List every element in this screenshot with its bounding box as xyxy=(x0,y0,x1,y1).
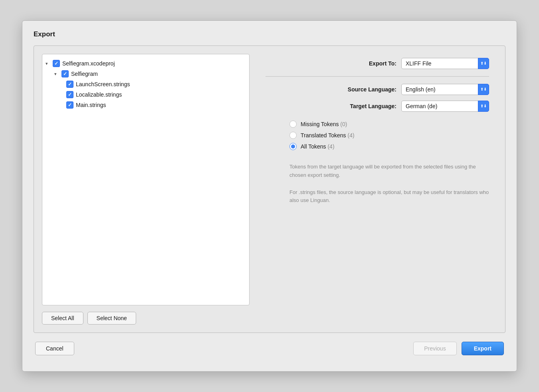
radio-missing-tokens[interactable]: Missing Tokens (0) xyxy=(289,121,489,128)
target-language-select[interactable]: German (de) xyxy=(401,101,489,112)
radio-missing-outer xyxy=(289,121,297,128)
export-button[interactable]: Export xyxy=(462,342,504,355)
target-language-select-wrapper: German (de) ⬆⬇ xyxy=(401,101,489,112)
disclosure-arrow-selfiegram: ▾ xyxy=(54,71,59,77)
select-none-button[interactable]: Select None xyxy=(87,312,136,325)
cancel-button[interactable]: Cancel xyxy=(35,342,74,355)
right-panel: Export To: XLIFF File ⬆⬇ Source Language… xyxy=(250,54,497,325)
tree-item-xcodeproj[interactable]: ▾ ✓ Selfiegram.xcodeproj xyxy=(46,58,246,69)
previous-button[interactable]: Previous xyxy=(413,342,456,355)
export-to-select-wrapper: XLIFF File ⬆⬇ xyxy=(401,58,489,69)
radio-group: Missing Tokens (0) Translated Tokens (4) xyxy=(266,121,489,154)
info-text-1: Tokens from the target language will be … xyxy=(266,163,489,180)
tree-label-localizable: Localizable.strings xyxy=(76,91,122,98)
tree-item-localizable[interactable]: ✓ Localizable.strings xyxy=(46,89,246,100)
footer-right: Previous Export xyxy=(413,342,504,355)
divider xyxy=(266,76,489,77)
tree-item-main[interactable]: ✓ Main.strings xyxy=(46,100,246,110)
source-language-select-wrapper: English (en) ⬆⬇ xyxy=(401,84,489,95)
radio-translated-outer xyxy=(289,132,297,139)
checkbox-localizable[interactable]: ✓ xyxy=(66,91,73,98)
tree-item-launchscreen[interactable]: ✓ LaunchScreen.strings xyxy=(46,79,246,89)
select-all-button[interactable]: Select All xyxy=(42,312,83,325)
export-to-select[interactable]: XLIFF File xyxy=(401,58,489,69)
checkbox-main[interactable]: ✓ xyxy=(66,101,73,109)
dialog-body: ▾ ✓ Selfiegram.xcodeproj ▾ ✓ Selfiegram xyxy=(34,46,505,333)
radio-all-label: All Tokens (4) xyxy=(301,143,335,150)
checkbox-selfiegram[interactable]: ✓ xyxy=(61,70,69,77)
checkbox-xcodeproj[interactable]: ✓ xyxy=(53,60,60,67)
disclosure-arrow-xcodeproj: ▾ xyxy=(46,61,50,66)
export-dialog: Export ▾ ✓ Selfiegram.xcodeproj ▾ ✓ xyxy=(22,20,517,372)
radio-translated-tokens[interactable]: Translated Tokens (4) xyxy=(289,132,489,139)
target-language-label: Target Language: xyxy=(350,103,396,109)
export-to-row: Export To: XLIFF File ⬆⬇ xyxy=(266,58,489,69)
radio-translated-label: Translated Tokens (4) xyxy=(301,132,355,139)
source-language-select[interactable]: English (en) xyxy=(401,84,489,95)
select-buttons: Select All Select None xyxy=(42,312,250,325)
radio-all-outer xyxy=(289,143,297,150)
dialog-title: Export xyxy=(34,30,505,38)
radio-missing-label: Missing Tokens (0) xyxy=(301,121,347,127)
dialog-footer: Cancel Previous Export xyxy=(34,342,505,355)
checkbox-launchscreen[interactable]: ✓ xyxy=(66,81,73,88)
tree-label-selfiegram: Selfiegram xyxy=(71,71,98,77)
file-tree: ▾ ✓ Selfiegram.xcodeproj ▾ ✓ Selfiegram xyxy=(42,54,250,305)
tree-label-launchscreen: LaunchScreen.strings xyxy=(76,81,130,87)
source-language-row: Source Language: English (en) ⬆⬇ xyxy=(266,84,489,95)
left-panel: ▾ ✓ Selfiegram.xcodeproj ▾ ✓ Selfiegram xyxy=(42,54,250,325)
export-to-label: Export To: xyxy=(369,60,396,67)
radio-all-inner xyxy=(291,145,295,148)
tree-label-main: Main.strings xyxy=(76,102,106,108)
target-language-row: Target Language: German (de) ⬆⬇ xyxy=(266,101,489,112)
source-language-label: Source Language: xyxy=(348,86,396,93)
info-text-2: For .strings files, the source language … xyxy=(266,188,489,205)
radio-all-tokens[interactable]: All Tokens (4) xyxy=(289,143,489,150)
tree-label-xcodeproj: Selfiegram.xcodeproj xyxy=(62,60,115,67)
tree-item-selfiegram[interactable]: ▾ ✓ Selfiegram xyxy=(46,69,246,79)
